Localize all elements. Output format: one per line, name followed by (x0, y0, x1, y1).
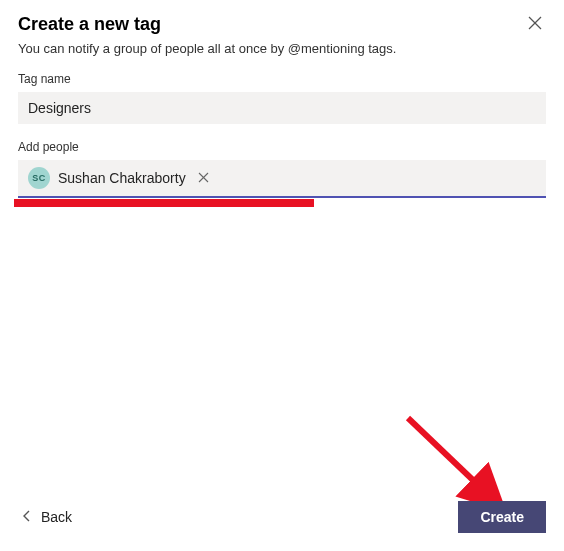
chevron-left-icon (22, 509, 31, 525)
add-people-label: Add people (18, 140, 546, 154)
annotation-redbar (14, 199, 314, 207)
back-button-label: Back (41, 509, 72, 525)
svg-line-5 (408, 418, 498, 504)
add-people-input[interactable]: SC Sushan Chakraborty (18, 160, 546, 198)
person-name: Sushan Chakraborty (58, 170, 186, 186)
back-button[interactable]: Back (18, 503, 76, 531)
tag-name-input[interactable] (18, 92, 546, 124)
remove-person-icon[interactable] (194, 172, 213, 185)
create-button-label: Create (480, 509, 524, 525)
dialog-subtitle: You can notify a group of people all at … (18, 41, 546, 56)
avatar: SC (28, 167, 50, 189)
tag-name-label: Tag name (18, 72, 546, 86)
person-chip: SC Sushan Chakraborty (24, 165, 217, 191)
create-button[interactable]: Create (458, 501, 546, 533)
close-icon[interactable] (524, 12, 546, 37)
dialog-title: Create a new tag (18, 14, 161, 35)
